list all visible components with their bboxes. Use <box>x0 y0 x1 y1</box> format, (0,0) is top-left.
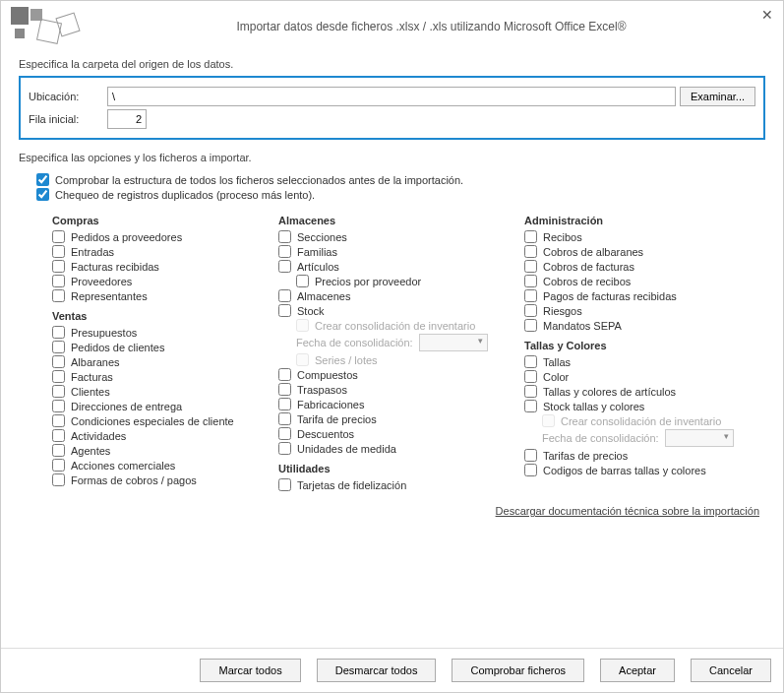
check-duplicates[interactable]: Chequeo de registros duplicados (proceso… <box>36 188 748 201</box>
tallas-fecha-dropdown <box>665 429 734 447</box>
group-tallas-bot: Tarifas de preciosCodigos de barras tall… <box>524 449 748 476</box>
dialog-header: Importar datos desde ficheros .xlsx / .x… <box>1 1 783 52</box>
import-dialog: Importar datos desde ficheros .xlsx / .x… <box>0 0 784 693</box>
group-almacenes-bot: CompuestosTraspasosFabricacionesTarifa d… <box>278 368 514 455</box>
item-crear-consolidacion: Crear consolidación de inventario <box>296 319 514 332</box>
list-item[interactable]: Compuestos <box>278 368 514 381</box>
list-item[interactable]: Cobros de recibos <box>524 275 748 287</box>
group-tallas-title: Tallas y Colores <box>524 340 748 351</box>
list-item[interactable]: Traspasos <box>278 383 514 396</box>
check-structure-box[interactable] <box>36 173 49 186</box>
list-item[interactable]: Entradas <box>52 245 269 258</box>
list-item[interactable]: Acciones comerciales <box>52 459 269 472</box>
list-item[interactable]: Color <box>524 370 748 383</box>
list-item[interactable]: Tarifas de precios <box>524 449 748 462</box>
location-panel: Ubicación: Examinar... Fila inicial: <box>19 76 765 140</box>
list-item[interactable]: Actividades <box>52 429 269 442</box>
group-ventas-title: Ventas <box>52 310 269 322</box>
group-almacenes-mid: AlmacenesStock <box>278 289 514 317</box>
group-almacenes-title: Almacenes <box>278 215 514 226</box>
marcar-button[interactable]: Marcar todos <box>200 659 300 682</box>
list-item[interactable]: Cobros de albaranes <box>524 245 748 258</box>
list-item[interactable]: Presupuestos <box>52 326 269 339</box>
list-item[interactable]: Unidades de medida <box>278 442 514 455</box>
list-item[interactable]: Tarifa de precios <box>278 412 514 425</box>
list-item[interactable]: Pagos de facturas recibidas <box>524 289 748 302</box>
desmarcar-button[interactable]: Desmarcar todos <box>317 659 437 682</box>
cancelar-button[interactable]: Cancelar <box>691 659 771 682</box>
list-item[interactable]: Cobros de facturas <box>524 260 748 273</box>
list-item[interactable]: Direcciones de entrega <box>52 400 269 412</box>
list-item[interactable]: Condiciones especiales de cliente <box>52 414 269 427</box>
fila-label: Fila inicial: <box>29 113 107 125</box>
check-duplicates-box[interactable] <box>36 188 49 201</box>
item-series-lotes: Series / lotes <box>296 353 514 366</box>
list-item[interactable]: Facturas recibidas <box>52 260 269 273</box>
ubicacion-label: Ubicación: <box>29 91 107 102</box>
group-utilidades-items: Tarjetas de fidelización <box>278 478 514 491</box>
list-item[interactable]: Riesgos <box>524 304 748 317</box>
list-item[interactable]: Artículos <box>278 260 514 273</box>
list-item[interactable]: Mandatos SEPA <box>524 319 748 332</box>
list-item[interactable]: Descuentos <box>278 427 514 440</box>
fecha-dropdown <box>419 334 488 351</box>
fecha-consolidacion-field: Fecha de consolidación: <box>296 334 514 351</box>
options-columns: Compras Pedidos a proveedoresEntradasFac… <box>1 205 783 499</box>
ubicacion-input[interactable] <box>107 87 676 106</box>
group-almacenes-top: SeccionesFamiliasArtículos <box>278 230 514 273</box>
group-compras-title: Compras <box>52 215 269 226</box>
list-item[interactable]: Fabricaciones <box>278 398 514 410</box>
list-item[interactable]: Pedidos a proveedores <box>52 230 269 243</box>
list-item[interactable]: Stock <box>278 304 514 317</box>
list-item[interactable]: Facturas <box>52 370 269 383</box>
list-item[interactable]: Clientes <box>52 385 269 398</box>
list-item[interactable]: Agentes <box>52 444 269 457</box>
group-ventas-items: PresupuestosPedidos de clientesAlbaranes… <box>52 326 269 486</box>
list-item[interactable]: Stock tallas y colores <box>524 400 748 412</box>
list-item[interactable]: Tallas y colores de artículos <box>524 385 748 398</box>
list-item[interactable]: Secciones <box>278 230 514 243</box>
item-precios-proveedor[interactable]: Precios por proveedor <box>296 275 514 287</box>
doc-link-row: Descargar documentación técnica sobre la… <box>1 499 783 523</box>
list-item[interactable]: Albaranes <box>52 355 269 368</box>
examinar-button[interactable]: Examinar... <box>680 87 755 106</box>
list-item[interactable]: Codigos de barras tallas y colores <box>524 464 748 476</box>
comprobar-button[interactable]: Comprobar ficheros <box>452 659 584 682</box>
list-item[interactable]: Familias <box>278 245 514 258</box>
group-administracion-items: RecibosCobros de albaranesCobros de fact… <box>524 230 748 332</box>
dialog-title: Importar datos desde ficheros .xlsx / .x… <box>90 20 773 33</box>
group-administracion-title: Administración <box>524 215 748 226</box>
list-item[interactable]: Representantes <box>52 289 269 302</box>
dialog-footer: Marcar todos Desmarcar todos Comprobar f… <box>1 648 783 692</box>
list-item[interactable]: Tallas <box>524 355 748 368</box>
list-item[interactable]: Tarjetas de fidelización <box>278 478 514 491</box>
list-item[interactable]: Almacenes <box>278 289 514 302</box>
doc-link[interactable]: Descargar documentación técnica sobre la… <box>496 505 759 517</box>
list-item[interactable]: Proveedores <box>52 275 269 287</box>
check-structure[interactable]: Comprobar la estructura de todos los fic… <box>36 173 748 186</box>
section-origin-label: Especifica la carpeta del origen de los … <box>1 52 783 74</box>
list-item[interactable]: Formas de cobros / pagos <box>52 473 269 486</box>
fila-input[interactable] <box>107 109 147 129</box>
tallas-fecha-field: Fecha de consolidación: <box>542 429 748 447</box>
header-decoration <box>11 7 80 46</box>
list-item[interactable]: Pedidos de clientes <box>52 341 269 353</box>
group-tallas-top: TallasColorTallas y colores de artículos… <box>524 355 748 412</box>
list-item[interactable]: Recibos <box>524 230 748 243</box>
close-icon[interactable]: ✕ <box>761 7 773 23</box>
group-utilidades-title: Utilidades <box>278 463 514 474</box>
aceptar-button[interactable]: Aceptar <box>600 659 675 682</box>
item-tallas-consolidacion: Crear consolidación de inventario <box>542 414 748 427</box>
group-compras-items: Pedidos a proveedoresEntradasFacturas re… <box>52 230 269 302</box>
section-options-label: Especifica las opciones y los ficheros a… <box>1 146 783 167</box>
